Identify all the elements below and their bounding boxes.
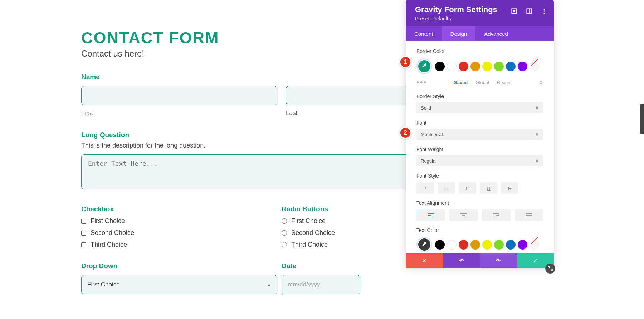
tab-content[interactable]: Content — [406, 26, 442, 41]
tab-design[interactable]: Design — [442, 26, 476, 41]
step-badge-2: 2 — [399, 127, 411, 139]
date-input[interactable]: mm/dd/yyyy — [282, 275, 360, 294]
chevron-down-icon: ⌄ — [267, 282, 271, 287]
undo-icon: ↶ — [459, 257, 464, 264]
preset-selector[interactable]: Preset: Default ▾ — [415, 16, 545, 21]
more-dots-icon[interactable]: ••• — [416, 78, 427, 87]
color-swatch-red[interactable] — [459, 62, 468, 71]
uppercase-button[interactable]: TT — [438, 182, 455, 194]
updown-icon: ▲▼ — [535, 132, 539, 136]
swatch-tab-global[interactable]: Global — [475, 80, 489, 85]
expand-arrows-icon — [548, 266, 553, 271]
caret-down-icon: ▾ — [450, 17, 452, 21]
smallcaps-button[interactable]: TT — [459, 182, 476, 194]
color-swatch-purple[interactable] — [518, 240, 527, 250]
align-right-button[interactable] — [482, 209, 511, 221]
close-icon: ✕ — [422, 257, 426, 264]
redo-icon: ↷ — [496, 257, 501, 264]
radio-icon — [282, 242, 287, 247]
align-center-button[interactable] — [449, 209, 478, 221]
alignment-buttons — [416, 209, 543, 221]
redo-button[interactable]: ↷ — [480, 253, 517, 268]
panel-tabs: Content Design Advanced — [406, 26, 554, 41]
svg-point-4 — [543, 9, 545, 10]
expand-fab[interactable] — [545, 264, 555, 274]
updown-icon: ▲▼ — [535, 159, 539, 163]
text-color-swatches — [416, 237, 543, 252]
checkbox-option[interactable]: Third Choice — [81, 241, 282, 248]
color-swatch-none[interactable] — [530, 62, 539, 71]
more-icon[interactable] — [541, 8, 547, 14]
swatch-tab-saved[interactable]: Saved — [454, 80, 468, 85]
svg-point-5 — [543, 10, 545, 11]
font-style-label: Font Style — [416, 173, 543, 179]
panel-header: Gravity Form Settings Preset: Default ▾ — [406, 0, 554, 26]
color-swatch-none[interactable] — [530, 240, 539, 250]
color-swatch-selected[interactable] — [418, 60, 430, 72]
color-swatch-yellow[interactable] — [482, 240, 492, 250]
italic-button[interactable]: I — [416, 182, 434, 194]
align-justify-button[interactable] — [515, 209, 543, 221]
border-color-label: Border Color — [416, 48, 543, 54]
panel-footer: ✕ ↶ ↷ ✓ — [406, 253, 554, 268]
color-swatch-orange[interactable] — [470, 62, 480, 71]
dropdown-label: Drop Down — [81, 262, 282, 270]
color-swatch-white[interactable] — [447, 240, 457, 250]
first-label: First — [81, 110, 277, 117]
color-swatch-selected[interactable] — [418, 238, 430, 251]
eyedropper-icon — [421, 63, 427, 70]
selected-swatch-ring — [416, 58, 432, 74]
checkbox-option[interactable]: Second Choice — [81, 229, 282, 237]
color-swatch-red[interactable] — [459, 240, 468, 250]
expand-icon[interactable] — [511, 8, 517, 14]
columns-icon[interactable] — [526, 8, 532, 14]
font-style-buttons: I TT TT U S — [416, 182, 543, 194]
gear-icon[interactable]: ⚙ — [539, 80, 543, 85]
cancel-button[interactable]: ✕ — [406, 253, 443, 268]
border-style-label: Border Style — [416, 93, 543, 99]
svg-point-1 — [513, 10, 515, 12]
swatch-tab-recent[interactable]: Recent — [497, 80, 512, 85]
font-weight-select[interactable]: Regular▲▼ — [416, 155, 543, 166]
step-badge-1: 1 — [399, 56, 411, 68]
font-weight-label: Font Weight — [416, 146, 543, 152]
underline-button[interactable]: U — [480, 182, 497, 194]
text-alignment-label: Text Alignment — [416, 200, 543, 206]
color-swatch-yellow[interactable] — [482, 62, 492, 71]
panel-body: Border Color ••• Saved — [406, 41, 554, 252]
color-swatch-white[interactable] — [447, 62, 457, 71]
color-swatch-black[interactable] — [435, 240, 445, 250]
font-select[interactable]: Montserrat▲▼ — [416, 129, 543, 140]
radio-icon — [282, 218, 287, 224]
checkbox-icon — [81, 242, 86, 247]
selected-swatch-ring — [416, 237, 432, 252]
font-label: Font — [416, 120, 543, 126]
scroll-handle[interactable] — [640, 104, 644, 134]
settings-panel: Gravity Form Settings Preset: Default ▾ … — [406, 0, 554, 268]
border-color-swatches — [416, 58, 543, 74]
updown-icon: ▲▼ — [535, 106, 539, 110]
text-color-label: Text Color — [416, 227, 543, 233]
radio-icon — [282, 230, 287, 236]
svg-point-6 — [543, 13, 545, 14]
checkbox-label: Checkbox — [81, 205, 282, 213]
first-name-input[interactable] — [81, 86, 277, 105]
checkbox-icon — [81, 231, 86, 236]
checkbox-icon — [81, 219, 86, 224]
border-style-select[interactable]: Solid▲▼ — [416, 102, 543, 113]
color-swatch-purple[interactable] — [518, 62, 527, 71]
color-swatch-black[interactable] — [435, 62, 445, 71]
color-swatch-green[interactable] — [494, 240, 504, 250]
checkbox-option[interactable]: First Choice — [81, 217, 282, 225]
color-swatch-blue[interactable] — [506, 240, 516, 250]
dropdown-select[interactable]: First Choice ⌄ — [81, 275, 277, 294]
undo-button[interactable]: ↶ — [443, 253, 480, 268]
color-swatch-orange[interactable] — [470, 240, 480, 250]
tab-advanced[interactable]: Advanced — [475, 26, 517, 41]
color-swatch-green[interactable] — [494, 62, 504, 71]
check-icon: ✓ — [533, 257, 538, 264]
color-swatch-blue[interactable] — [506, 62, 516, 71]
strikethrough-button[interactable]: S — [501, 182, 518, 194]
eyedropper-icon — [421, 241, 427, 248]
align-left-button[interactable] — [416, 209, 445, 221]
